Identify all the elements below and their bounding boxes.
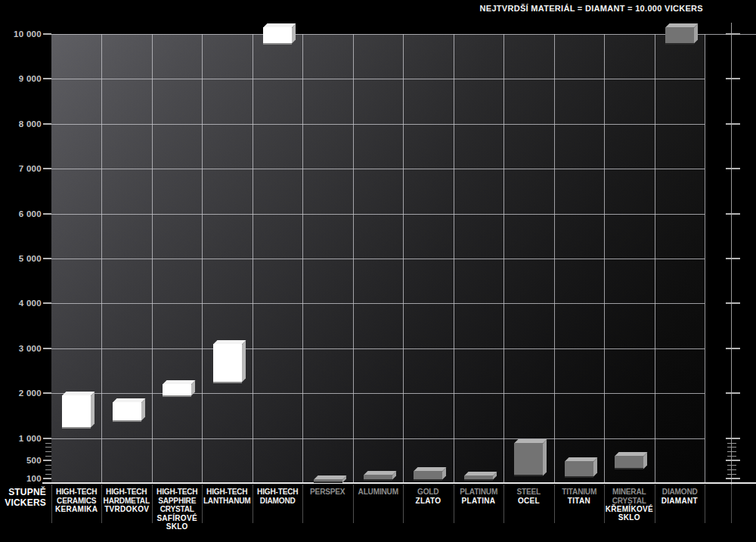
category-name-line: STEEL bbox=[504, 488, 553, 497]
category-name-line: ALUMINUM bbox=[354, 488, 402, 497]
category-czech-line: SAFÍROVÉ bbox=[152, 514, 202, 522]
bar-mineral-crystal bbox=[615, 456, 643, 469]
gridline-vertical bbox=[253, 34, 253, 483]
y-tick-label: 3 000 bbox=[0, 344, 42, 353]
y-axis-tick bbox=[43, 302, 51, 304]
x-category-label: ALUMINUM bbox=[353, 488, 403, 497]
category-czech-line: KERAMIKA bbox=[51, 505, 101, 513]
gridline-horizontal bbox=[51, 393, 705, 394]
category-czech-line: KŘEMÍKOVÉ bbox=[604, 505, 654, 513]
gridline-vertical bbox=[503, 34, 504, 483]
x-category-label: PLATINUMPLATINA bbox=[454, 488, 503, 505]
bar-platinum bbox=[464, 475, 493, 479]
y-axis-minor-tick bbox=[45, 465, 51, 466]
x-label-separator bbox=[731, 485, 732, 523]
bar-high-tech-lanthanum bbox=[213, 344, 242, 382]
category-name-line: HARDMETAL bbox=[103, 497, 151, 506]
y-axis-minor-tick bbox=[45, 474, 51, 475]
right-axis-tick bbox=[726, 168, 740, 169]
y-axis-title-line1: STUPNĚ bbox=[8, 487, 46, 497]
y-axis-tick bbox=[43, 438, 51, 439]
category-czech-line: PLATINA bbox=[454, 497, 503, 505]
x-category-label: HIGH-TECHCERAMICSKERAMIKA bbox=[51, 488, 101, 513]
bar--face bbox=[113, 402, 141, 420]
x-category-label: TITANIUMTITAN bbox=[554, 488, 604, 505]
y-axis-tick bbox=[43, 33, 51, 35]
gridline-vertical bbox=[152, 34, 153, 483]
x-category-label: HIGH-TECHLANTHANUM bbox=[202, 488, 252, 505]
x-axis-baseline bbox=[42, 482, 756, 484]
category-name-line: PLATINUM bbox=[454, 488, 503, 497]
y-tick-label: 2 000 bbox=[0, 389, 42, 398]
right-axis-minor-tick bbox=[727, 465, 736, 466]
gridline-vertical bbox=[101, 34, 102, 483]
bar-steel bbox=[514, 443, 543, 475]
gridline-horizontal bbox=[51, 303, 705, 304]
category-name-line: CRYSTAL bbox=[153, 505, 201, 514]
gridline-vertical bbox=[705, 34, 705, 483]
bar-side-face bbox=[91, 392, 94, 428]
x-category-label: PERSPEX bbox=[302, 488, 352, 497]
right-axis-minor-tick bbox=[727, 447, 736, 448]
gridline-horizontal bbox=[51, 124, 705, 125]
gridline-horizontal bbox=[51, 438, 705, 439]
right-axis-minor-tick bbox=[727, 456, 736, 457]
y-tick-label: 9 000 bbox=[0, 74, 42, 83]
y-axis-tick bbox=[43, 168, 51, 169]
category-name-line: CERAMICS bbox=[52, 497, 101, 506]
gridline-vertical bbox=[202, 34, 203, 483]
category-czech-line: TITAN bbox=[554, 497, 604, 505]
y-axis-minor-tick bbox=[45, 451, 51, 452]
gridline-horizontal bbox=[51, 259, 705, 259]
gridline-horizontal bbox=[51, 79, 705, 79]
category-name-line: LANTHANUM bbox=[203, 497, 252, 506]
category-name-line: CRYSTAL bbox=[605, 497, 653, 506]
bar--face bbox=[464, 475, 493, 479]
gridline-horizontal bbox=[51, 214, 705, 215]
gridline-vertical bbox=[604, 34, 605, 483]
bar--face bbox=[213, 344, 242, 382]
x-category-label: STEELOCEL bbox=[503, 488, 553, 505]
y-tick-label: 1 000 bbox=[0, 434, 42, 443]
y-axis-tick bbox=[43, 123, 51, 125]
bar--face bbox=[62, 395, 91, 427]
right-axis-minor-tick bbox=[727, 451, 736, 452]
x-category-label: GOLDZLATO bbox=[403, 488, 453, 505]
bar--face bbox=[514, 443, 543, 475]
category-czech-line: SKLO bbox=[152, 522, 202, 531]
gridline-horizontal bbox=[51, 348, 705, 349]
right-axis-minor-tick bbox=[727, 474, 736, 475]
right-axis-tick bbox=[726, 302, 740, 304]
bar-side-face bbox=[242, 340, 246, 382]
y-tick-label: 100 bbox=[0, 474, 42, 483]
gridline-vertical bbox=[302, 34, 303, 483]
bar-high-tech-ceramics bbox=[62, 395, 91, 427]
right-axis-tick bbox=[726, 392, 740, 394]
gridline-vertical bbox=[655, 34, 655, 483]
category-name-line: GOLD bbox=[404, 488, 453, 497]
category-czech-line: ZLATO bbox=[403, 497, 453, 505]
gridline-vertical bbox=[353, 34, 354, 483]
y-tick-label: 6 000 bbox=[0, 209, 42, 218]
gridline-horizontal bbox=[51, 169, 705, 169]
gridline-vertical bbox=[554, 34, 555, 483]
category-name-line: PERSPEX bbox=[304, 488, 352, 497]
category-name-line: DIAMOND bbox=[253, 497, 302, 506]
x-category-label: DIAMONDDIAMANT bbox=[655, 488, 705, 505]
y-axis-tick bbox=[43, 213, 51, 215]
y-axis-tick bbox=[43, 258, 51, 259]
right-axis-tick bbox=[726, 213, 740, 215]
bar-high-tech-hardmetal bbox=[113, 402, 141, 420]
y-tick-label: 500 bbox=[0, 456, 42, 465]
y-axis-tick bbox=[43, 348, 51, 349]
y-tick-label: 8 000 bbox=[0, 119, 42, 129]
category-name-line: DIAMOND bbox=[655, 488, 704, 497]
y-tick-label: 5 000 bbox=[0, 254, 42, 263]
right-axis-tick bbox=[726, 438, 740, 439]
bar--face bbox=[263, 27, 292, 43]
y-axis-tick bbox=[43, 460, 51, 461]
y-tick-label: 10 000 bbox=[0, 29, 42, 39]
bar-aluminum bbox=[364, 475, 392, 479]
bar-titanium bbox=[565, 461, 593, 476]
category-czech-line: TVRDOKOV bbox=[101, 505, 151, 513]
